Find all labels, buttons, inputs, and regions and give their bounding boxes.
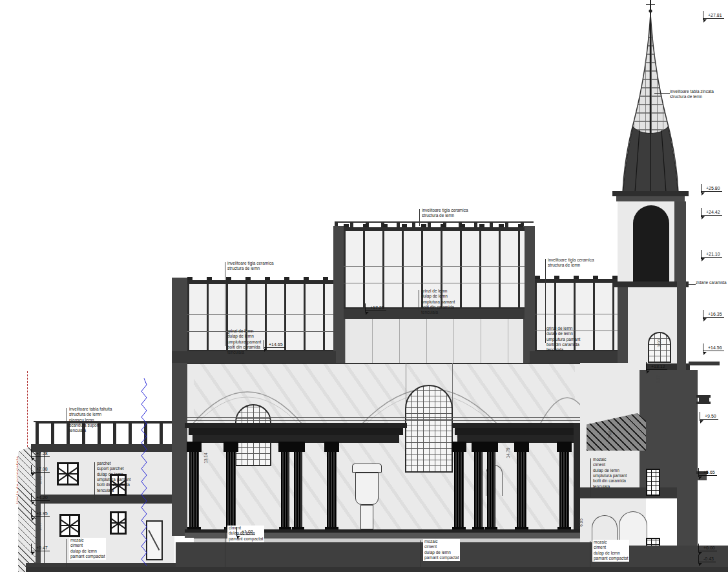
- level-value: +21.10: [701, 252, 722, 258]
- level-16-35: +16.35: [703, 312, 724, 318]
- annotation-layer: invelitoare tabla zincata structura de l…: [0, 0, 728, 572]
- label-grinzi-center-leader: [419, 290, 419, 311]
- label-mozaic-mid: mozaic ciment dulap de lemn umplutura pa…: [593, 457, 627, 489]
- level-9-50: +9.50: [700, 414, 718, 420]
- level-7-28: +7.28: [31, 451, 50, 457]
- level-14-65: +14.65: [264, 342, 285, 348]
- level-24-42: +24.42: [701, 210, 722, 216]
- label-mozaic-left-bottom: mozaic ciment dulap de lemn pamant compa…: [69, 538, 106, 560]
- label-grinzi-left: grinzi de lemn dulap de lemn umplutura p…: [227, 329, 261, 356]
- dim-6.95: 6.95: [579, 518, 583, 527]
- level-value: +5.65: [698, 470, 717, 476]
- level-0-47: +0.47: [31, 546, 50, 551]
- label-tabla-faltuita-leader: [67, 408, 67, 445]
- level-value: +7.08: [31, 467, 50, 473]
- level-m0-43: -0.43: [698, 557, 716, 562]
- level-14-56: +14.56: [703, 345, 724, 351]
- label-mozaic-mid-leader: [590, 458, 591, 497]
- label-mozaic-center-bottom: mozaic ciment dulap de lemn pamant compa…: [423, 539, 460, 561]
- level-21-10: +21.10: [701, 252, 722, 258]
- label-tigla-left: invelitoare tigla ceramica structura de …: [227, 261, 274, 272]
- level-17-25: +17.25: [365, 305, 386, 311]
- label-mozaic-right-bottom-leader: [590, 541, 590, 570]
- label-mozaic-left-bottom-leader: [67, 539, 67, 570]
- level-value: +9.50: [700, 414, 718, 420]
- level-3-95: +3.95: [31, 511, 50, 517]
- label-tabla-zincata: invelitoare tabla zincata structura de l…: [670, 89, 714, 100]
- label-grinzi-center: grinzi de lemn dulap de lemn umplutura p…: [421, 289, 455, 316]
- label-grinzi-right: grinzi de lemn dulap de lemn umplutura p…: [546, 326, 580, 353]
- level-5-65: +5.65: [698, 470, 717, 476]
- level-value: +24.42: [701, 210, 722, 216]
- level-25-80: +25.80: [701, 186, 722, 192]
- label-parchet-leader: [94, 462, 95, 500]
- label-tigla-center: invelitoare tigla ceramica structura de …: [422, 208, 468, 219]
- label-parchet: parchet suport parchet dulap de lemn ump…: [97, 461, 130, 493]
- dim-3.47: 3.47: [37, 522, 42, 531]
- label-tabla-faltuita: invelitoare tabla faltuita structura de …: [69, 407, 112, 434]
- dim-3.17: 3.17: [656, 375, 660, 383]
- label-zidarie-caramida: zidarie caramida: [696, 280, 727, 285]
- dim-7.48: 7.48: [608, 431, 612, 439]
- level-0-00: +0.00: [698, 546, 717, 551]
- level-4-20: +4.20: [31, 495, 50, 501]
- label-tigla-left-leader: [225, 262, 225, 346]
- level-value: +27.81: [703, 13, 724, 19]
- level-1-02: +1.02: [236, 529, 255, 535]
- label-tigla-right: invelitoare tigla ceramica structura de …: [548, 258, 594, 269]
- dim-3.90: 3.90: [657, 339, 661, 347]
- level-27-81: +27.81: [703, 13, 724, 19]
- level-value: +4.20: [31, 495, 50, 501]
- level-value: +25.80: [701, 186, 722, 192]
- section-drawing-sheet: limita de proprietate: [0, 0, 728, 572]
- dim-14.79: 14.79: [506, 447, 510, 458]
- label-ciment-entry-leader: [225, 527, 225, 569]
- label-zidarie-caramida-leader: [687, 284, 696, 285]
- label-tigla-center-leader: [419, 209, 420, 226]
- level-value: -0.43: [698, 557, 716, 562]
- level-value: +7.28: [31, 451, 50, 457]
- level-value: +14.65: [264, 342, 285, 348]
- level-value: +16.35: [703, 312, 724, 318]
- level-value: +3.95: [31, 511, 50, 517]
- level-value: +13.12: [646, 364, 667, 370]
- label-mozaic-center-bottom-leader: [421, 540, 421, 571]
- level-value: +0.47: [31, 546, 50, 551]
- level-value: +1.02: [236, 529, 255, 535]
- level-value: +17.25: [365, 305, 386, 311]
- label-tabla-zincata-leader: [654, 93, 670, 94]
- level-7-08: +7.08: [31, 467, 50, 473]
- level-13-12: +13.12: [646, 364, 667, 370]
- level-value: +0.00: [698, 546, 717, 551]
- dim-13.14: 13.14: [203, 453, 208, 463]
- dim-2.80: 2.80: [37, 476, 42, 484]
- label-tigla-right-leader: [545, 259, 546, 343]
- label-mozaic-right-bottom: mozaic ciment dulap de lemn pamant compa…: [592, 540, 629, 562]
- level-value: +14.56: [703, 345, 724, 351]
